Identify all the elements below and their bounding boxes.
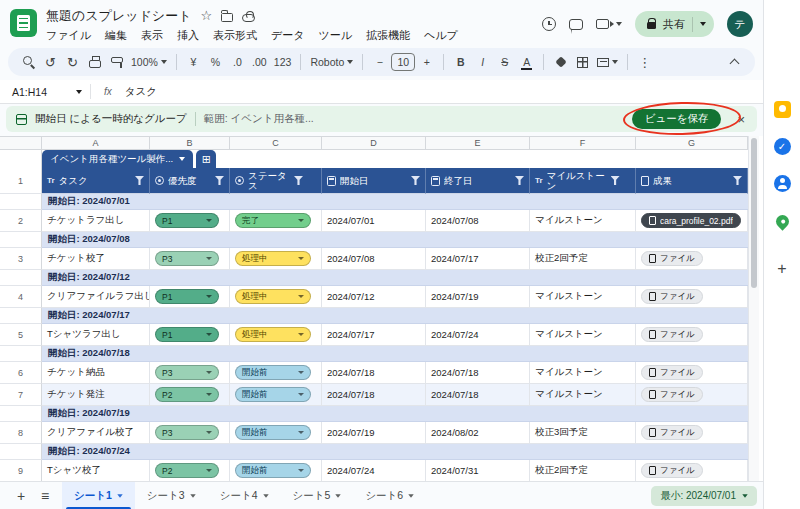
file-chip[interactable]: cara_profile_02.pdf [641, 213, 741, 228]
font-select[interactable]: Roboto [307, 51, 356, 73]
row-number[interactable] [0, 406, 42, 422]
file-chip[interactable]: ファイル [641, 365, 703, 380]
column-header-start-date[interactable]: 開始日 [322, 168, 426, 194]
hide-menus-button[interactable] [724, 51, 745, 73]
menu-item[interactable]: ファイル [39, 26, 98, 45]
font-size-input[interactable]: 10 [391, 53, 415, 71]
stats-chip[interactable]: 最小: 2024/07/01 [651, 486, 757, 506]
print-button[interactable] [84, 51, 105, 73]
column-header-priority[interactable]: 優先度 [150, 168, 230, 194]
meet-button[interactable] [596, 19, 622, 29]
filter-icon[interactable] [294, 176, 303, 185]
status-chip[interactable]: 処理中 [235, 327, 311, 342]
end-date-cell[interactable]: 2024/07/18 [426, 384, 530, 406]
merge-cells-button[interactable] [594, 51, 621, 73]
get-addons-button[interactable]: + [772, 259, 792, 279]
row-number[interactable] [0, 270, 42, 286]
contacts-icon[interactable] [772, 173, 792, 193]
file-chip[interactable]: ファイル [641, 251, 703, 266]
grid-corner[interactable] [0, 137, 42, 149]
row-number[interactable]: 9 [0, 460, 42, 481]
end-date-cell[interactable]: 2024/07/19 [426, 286, 530, 308]
task-cell[interactable]: チケット発注 [42, 384, 150, 406]
row-number[interactable]: 2 [0, 210, 42, 232]
menu-item[interactable]: 表示 [134, 26, 170, 45]
menu-item[interactable]: 拡張機能 [359, 26, 417, 45]
priority-chip[interactable]: P1 [155, 289, 219, 304]
column-letter-A[interactable]: A [42, 137, 150, 149]
status-chip[interactable]: 開始前 [235, 365, 311, 380]
row-number[interactable] [0, 308, 42, 324]
avatar[interactable]: テ [727, 11, 753, 37]
deliverable-cell[interactable]: ファイル [636, 286, 748, 308]
task-cell[interactable]: クリアファイル校了 [42, 422, 150, 444]
status-cell[interactable]: 完了 [230, 210, 322, 232]
star-icon[interactable]: ☆ [200, 9, 212, 22]
status-cell[interactable]: 開始前 [230, 422, 322, 444]
column-header-milestone[interactable]: Trマイルストーン [530, 168, 636, 194]
bold-button[interactable]: B [450, 51, 471, 73]
zoom-select[interactable]: 100% [128, 51, 170, 73]
milestone-cell[interactable]: 校正2回予定 [530, 460, 636, 481]
column-header-deliverable[interactable]: 成果 [636, 168, 748, 194]
priority-cell[interactable]: P2 [150, 384, 230, 406]
status-chip[interactable]: 開始前 [235, 425, 311, 440]
priority-chip[interactable]: P3 [155, 425, 219, 440]
column-header-end-date[interactable]: 終了日 [426, 168, 530, 194]
status-chip[interactable]: 完了 [235, 213, 311, 228]
group-header[interactable]: 開始日: 2024/07/18 [42, 346, 748, 362]
end-date-cell[interactable]: 2024/07/17 [426, 248, 530, 270]
document-title[interactable]: 無題のスプレッドシート [46, 7, 191, 25]
row-number[interactable]: 1 [0, 168, 42, 194]
start-date-cell[interactable]: 2024/07/24 [322, 460, 426, 481]
end-date-cell[interactable]: 2024/07/31 [426, 460, 530, 481]
task-cell[interactable]: チケットラフ出し [42, 210, 150, 232]
status-cell[interactable]: 処理中 [230, 286, 322, 308]
scrollbar-thumb[interactable] [751, 138, 757, 288]
undo-button[interactable]: ↺ [40, 51, 61, 73]
status-cell[interactable]: 開始前 [230, 362, 322, 384]
priority-chip[interactable]: P3 [155, 365, 219, 380]
column-letter-E[interactable]: E [426, 137, 530, 149]
row-number[interactable] [0, 232, 42, 248]
row-number[interactable] [0, 346, 42, 362]
priority-cell[interactable]: P3 [150, 422, 230, 444]
task-cell[interactable]: Tシャツ校了 [42, 460, 150, 481]
calendar-icon[interactable] [772, 62, 792, 82]
vertical-scrollbar[interactable] [748, 136, 759, 481]
status-cell[interactable]: 開始前 [230, 460, 322, 481]
menu-item[interactable]: ツール [312, 26, 360, 45]
start-date-cell[interactable]: 2024/07/08 [322, 248, 426, 270]
sheet-tab[interactable]: シート5 [281, 482, 354, 509]
start-date-cell[interactable]: 2024/07/12 [322, 286, 426, 308]
filter-icon[interactable] [215, 176, 224, 185]
end-date-cell[interactable]: 2024/07/08 [426, 210, 530, 232]
table-menu-chip[interactable]: ⊞ [196, 150, 216, 168]
priority-cell[interactable]: P3 [150, 248, 230, 270]
priority-cell[interactable]: P1 [150, 324, 230, 346]
paint-format-button[interactable] [106, 51, 127, 73]
table-name-chip[interactable]: イベント用各種ツール製作... [42, 150, 193, 168]
group-header[interactable]: 開始日: 2024/07/12 [42, 270, 748, 286]
add-sheet-button[interactable]: + [10, 485, 32, 507]
priority-cell[interactable]: P1 [150, 210, 230, 232]
text-color-button[interactable]: A [516, 51, 537, 73]
row-number[interactable]: 5 [0, 324, 42, 346]
italic-button[interactable]: I [472, 51, 493, 73]
deliverable-cell[interactable]: ファイル [636, 362, 748, 384]
column-header-status[interactable]: ステータス [230, 168, 322, 194]
row-number[interactable] [0, 194, 42, 210]
task-cell[interactable]: チケット校了 [42, 248, 150, 270]
deliverable-cell[interactable]: cara_profile_02.pdf [636, 210, 748, 232]
comments-button[interactable] [569, 18, 583, 30]
row-number[interactable]: 3 [0, 248, 42, 270]
increase-decimal-button[interactable]: .00 [249, 51, 270, 73]
column-letter-G[interactable]: G [636, 137, 748, 149]
end-date-cell[interactable]: 2024/07/24 [426, 324, 530, 346]
menu-item[interactable]: データ [264, 26, 312, 45]
redo-button[interactable]: ↻ [62, 51, 83, 73]
share-chevron-down-icon[interactable] [700, 22, 706, 26]
priority-chip[interactable]: P2 [155, 387, 219, 402]
row-number[interactable]: 6 [0, 362, 42, 384]
start-date-cell[interactable]: 2024/07/18 [322, 362, 426, 384]
